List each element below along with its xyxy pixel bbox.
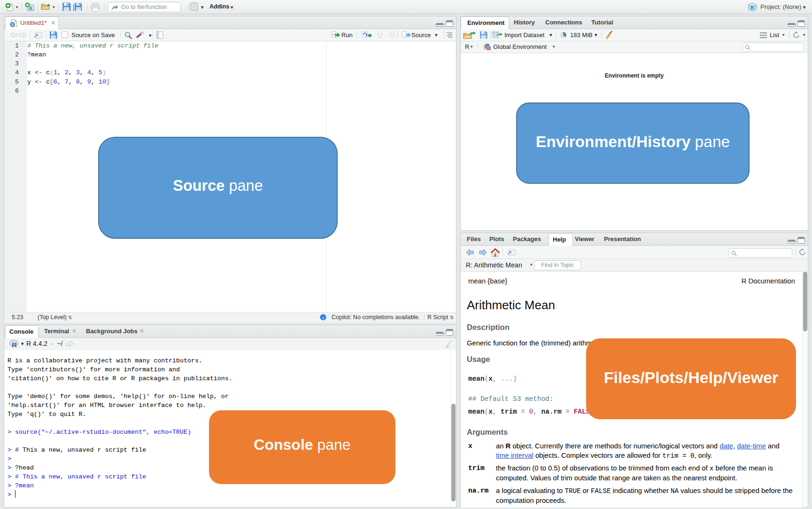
- svg-text:R: R: [750, 5, 755, 10]
- svg-text:R: R: [12, 341, 17, 348]
- svg-text:R: R: [11, 23, 14, 27]
